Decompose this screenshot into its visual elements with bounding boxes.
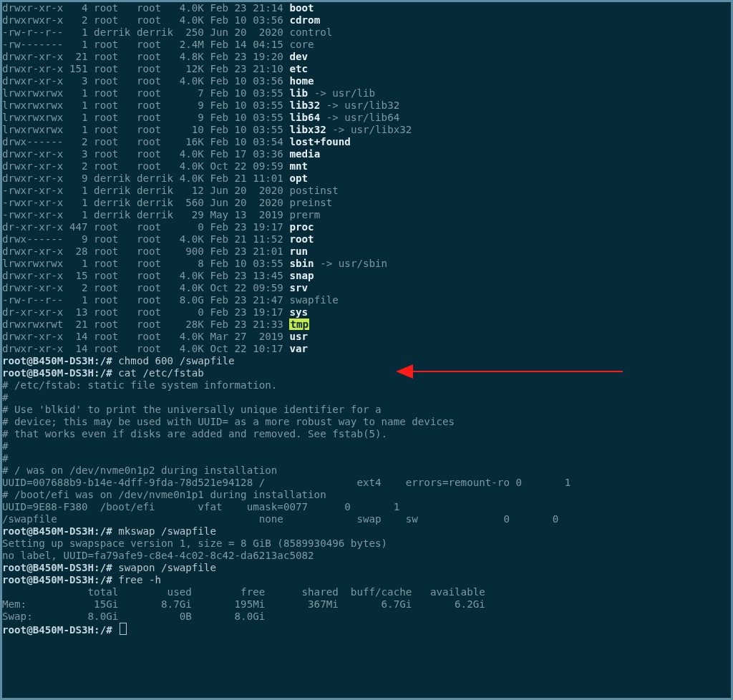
ls-row: drwxr-xr-x 3 root root 4.0K Feb 10 03:56… [2,75,731,87]
ls-row: drwxrwxr-x 2 root root 4.0K Feb 10 03:56… [2,14,731,26]
ls-row: -rwxr-xr-x 1 derrik derrik 560 Jun 20 20… [2,197,731,209]
file-name: prerm [289,209,320,220]
output-line: Setting up swapspace version 1, size = 8… [2,538,731,550]
output-line: # /etc/fstab: static file system informa… [2,379,731,392]
ls-row: drwxr-xr-x 14 root root 4.0K Mar 27 2019… [2,331,731,343]
ls-row: drwxr-xr-x 3 root root 4.0K Feb 17 03:36… [2,148,731,160]
file-name: cdrom [289,14,320,26]
output-line: Swap: 8.0Gi 0B 8.0Gi [2,611,731,623]
ls-row: drwxr-xr-x 28 root root 900 Feb 23 21:01… [2,246,731,258]
file-name: dev [289,51,308,62]
file-name: lib64 [289,112,320,123]
file-name: preinst [289,197,332,208]
terminal-window[interactable]: drwxr-xr-x 4 root root 4.0K Feb 23 21:14… [0,0,733,700]
output-line: # that works even if disks are added and… [2,428,731,440]
file-name: lib [289,87,308,99]
output-line: # Use 'blkid' to print the universally u… [2,404,731,416]
file-name: lib32 [289,99,320,111]
file-name: swapfile [289,294,338,306]
prompt-line[interactable]: root@B450M-DS3H:/# swapon /swapfile [2,562,731,574]
prompt-line[interactable]: root@B450M-DS3H:/# cat /etc/fstab [2,367,731,379]
file-name: proc [289,221,314,233]
file-name: sbin [289,258,314,269]
ls-row: dr-xr-xr-x 13 root root 0 Feb 23 19:17 s… [2,306,731,319]
ls-row: drwxr-xr-x 151 root root 12K Feb 23 21:1… [2,63,731,75]
output-line: # / was on /dev/nvme0n1p2 during install… [2,465,731,477]
cursor [120,623,127,635]
ls-row: drwxr-xr-x 2 root root 4.0K Oct 22 09:59… [2,282,731,294]
ls-row: drwx------ 9 root root 4.0K Feb 21 11:52… [2,233,731,246]
ls-row: drwxr-xr-x 21 root root 4.8K Feb 23 19:2… [2,51,731,63]
output-line: Mem: 15Gi 8.7Gi 195Mi 367Mi 6.7Gi 6.2Gi [2,598,731,611]
ls-row: drwxr-xr-x 2 root root 4.0K Oct 22 09:59… [2,160,731,172]
file-name: mnt [289,160,308,172]
output-line: # [2,440,731,452]
file-name: root [289,233,314,245]
output-line: /swapfile none swap sw 0 0 [2,513,731,525]
ls-row: -rwxr-xr-x 1 derrik derrik 29 May 13 201… [2,209,731,221]
ls-row: drwxr-xr-x 15 root root 4.0K Feb 23 13:4… [2,270,731,282]
file-name: lost+found [289,136,350,147]
file-name: opt [289,172,308,184]
ls-row: drwxr-xr-x 14 root root 4.0K Oct 22 10:1… [2,343,731,355]
ls-row: drwxrwxrwt 21 root root 28K Feb 23 21:33… [2,319,731,331]
output-line: total used free shared buff/cache availa… [2,586,731,598]
output-line: # [2,452,731,465]
file-name: var [289,343,308,354]
file-name: usr [289,331,308,342]
ls-row: drwxr-xr-x 4 root root 4.0K Feb 23 21:14… [2,2,731,14]
file-name-highlight: tmp [289,319,309,330]
file-name: media [289,148,320,160]
file-name: srv [289,282,308,293]
prompt-line[interactable]: root@B450M-DS3H:/# [2,623,731,635]
ls-row: drwx------ 2 root root 16K Feb 10 03:54 … [2,136,731,148]
output-line: UUID=9E88-F380 /boot/efi vfat umask=0077… [2,501,731,513]
ls-row: -rw-r--r-- 1 root root 8.0G Feb 23 21:47… [2,294,731,306]
prompt-line[interactable]: root@B450M-DS3H:/# mkswap /swapfile [2,525,731,538]
ls-row: drwxr-xr-x 9 derrik derrik 4.0K Feb 21 1… [2,172,731,185]
file-name: sys [289,306,308,318]
output-line: # device; this may be used with UUID= as… [2,416,731,428]
ls-row: lrwxrwxrwx 1 root root 9 Feb 10 03:55 li… [2,99,731,112]
output-line: UUID=007688b9-b14e-4dff-9fda-78d521e9412… [2,477,731,489]
file-name: control [289,26,332,38]
ls-row: dr-xr-xr-x 447 root root 0 Feb 23 19:17 … [2,221,731,233]
ls-row: -rw-r--r-- 1 derrik derrik 250 Jun 20 20… [2,26,731,39]
file-name: core [289,39,314,50]
output-line: # /boot/efi was on /dev/nvme0n1p1 during… [2,489,731,501]
ls-row: lrwxrwxrwx 1 root root 10 Feb 10 03:55 l… [2,124,731,136]
prompt-line[interactable]: root@B450M-DS3H:/# free -h [2,574,731,586]
file-name: libx32 [289,124,326,135]
output-line: # [2,392,731,404]
ls-row: lrwxrwxrwx 1 root root 9 Feb 10 03:55 li… [2,112,731,124]
prompt-line[interactable]: root@B450M-DS3H:/# chmod 600 /swapfile [2,355,731,367]
file-name: home [289,75,314,87]
ls-row: lrwxrwxrwx 1 root root 8 Feb 10 03:55 sb… [2,258,731,270]
ls-row: lrwxrwxrwx 1 root root 7 Feb 10 03:55 li… [2,87,731,99]
output-line: no label, UUID=fa79afe9-c8e4-4c02-8c42-d… [2,550,731,562]
file-name: run [289,246,308,257]
file-name: postinst [289,185,338,196]
ls-row: -rwxr-xr-x 1 derrik derrik 12 Jun 20 202… [2,185,731,197]
file-name: snap [289,270,314,281]
ls-row: -rw------- 1 root root 2.4M Feb 14 04:15… [2,39,731,51]
file-name: etc [289,63,308,74]
file-name: boot [289,2,314,14]
